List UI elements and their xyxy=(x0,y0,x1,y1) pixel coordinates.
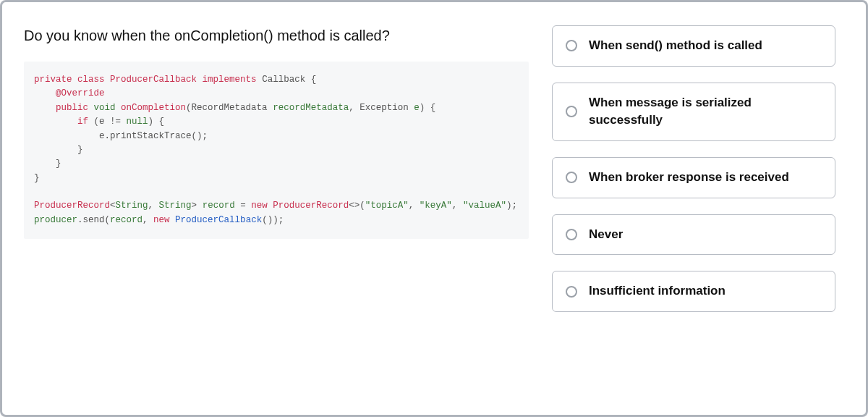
option-0[interactable]: When send() method is called xyxy=(552,25,835,67)
radio-icon xyxy=(566,106,577,117)
question-pane: Do you know when the onCompletion() meth… xyxy=(24,25,529,392)
options-list: When send() method is called When messag… xyxy=(552,25,835,392)
question-text: Do you know when the onCompletion() meth… xyxy=(24,25,529,46)
code-snippet: private class ProducerCallback implement… xyxy=(24,62,529,239)
option-label: When broker response is received xyxy=(589,169,789,187)
option-3[interactable]: Never xyxy=(552,214,835,256)
radio-icon xyxy=(566,286,577,298)
option-2[interactable]: When broker response is received xyxy=(552,157,835,198)
radio-icon xyxy=(566,172,577,183)
option-4[interactable]: Insufficient information xyxy=(552,271,835,312)
option-label: When send() method is called xyxy=(589,37,762,55)
option-label: Never xyxy=(589,226,623,244)
quiz-card: Do you know when the onCompletion() meth… xyxy=(0,0,868,417)
option-1[interactable]: When message is serialized successfully xyxy=(552,83,835,141)
radio-icon xyxy=(566,40,577,51)
option-label: When message is serialized successfully xyxy=(589,94,822,130)
radio-icon xyxy=(566,229,577,240)
option-label: Insufficient information xyxy=(589,282,726,300)
